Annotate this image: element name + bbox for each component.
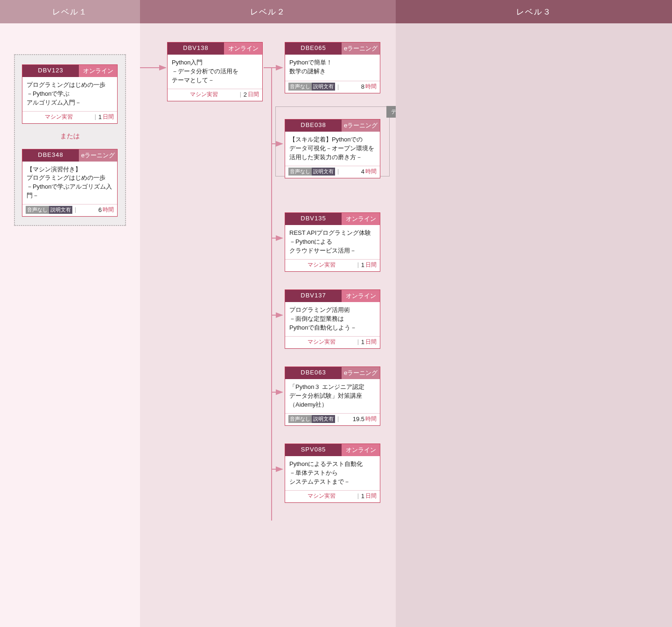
duration-unit: 時間	[365, 415, 377, 423]
course-code: DBV135	[285, 213, 342, 225]
badge-elearn: eラーニング	[342, 120, 380, 132]
course-card-dbe038[interactable]: DBE038 eラーニング 【スキル定着】Pythonでのデータ可視化－オープン…	[285, 119, 380, 178]
duration-unit: 時間	[103, 206, 114, 214]
footer-machine-label: マシン実習	[288, 338, 355, 346]
course-card-dbv138[interactable]: DBV138 オンライン Python入門－データ分析での活用をテーマとして－ …	[167, 42, 263, 101]
course-card-dbe348[interactable]: DBE348 eラーニング 【マシン演習付き】プログラミングはじめの一歩－Pyt…	[22, 149, 118, 217]
duration-unit: 時間	[365, 83, 377, 91]
level-2-header: レベル２	[140, 0, 396, 23]
course-card-dbe065[interactable]: DBE065 eラーニング Pythonで簡単！数学の謎解き 音声なし 説明文有…	[285, 42, 380, 93]
badge-online: オンライン	[342, 290, 380, 302]
badge-elearn: eラーニング	[79, 149, 117, 162]
course-duration: 1	[98, 113, 103, 120]
course-card-dbe063[interactable]: DBE063 eラーニング 「Python３ エンジニア認定データ分析試験」対策…	[285, 366, 380, 426]
tag-hastext: 説明文有	[312, 83, 335, 91]
badge-online: オンライン	[224, 42, 262, 55]
course-title: 【スキル定着】Pythonでのデータ可視化－オープン環境を活用した実装力の磨き方…	[285, 132, 380, 166]
duration-unit: 日間	[365, 261, 377, 269]
duration-unit: 時間	[365, 168, 377, 176]
course-card-dbv135[interactable]: DBV135 オンライン REST APIプログラミング体験－Pythonによる…	[285, 212, 380, 272]
course-card-spv085[interactable]: SPV085 オンライン Pythonによるテスト自動化－単体テストからシステム…	[285, 444, 380, 503]
course-duration: 1	[361, 493, 365, 500]
tag-hastext: 説明文有	[312, 168, 335, 176]
course-duration: 6	[98, 206, 103, 213]
course-duration: 19.5	[353, 416, 365, 423]
tag-noaudio: 音声なし	[288, 168, 312, 176]
course-code: DBV137	[285, 290, 342, 302]
badge-elearn: eラーニング	[342, 367, 380, 379]
course-duration: 1	[361, 261, 365, 268]
course-title: プログラミングはじめの一歩－Pythonで学ぶアルゴリズム入門－	[22, 77, 117, 111]
course-title: Python入門－データ分析での活用をテーマとして－	[168, 55, 262, 89]
course-duration: 4	[361, 168, 365, 175]
course-card-dbv123[interactable]: DBV123 オンライン プログラミングはじめの一歩－Pythonで学ぶアルゴリ…	[22, 64, 118, 124]
duration-unit: 日間	[365, 338, 377, 346]
tag-noaudio: 音声なし	[26, 206, 49, 214]
level-3-header: レベル３	[396, 0, 672, 23]
course-code: DBV123	[22, 65, 79, 77]
course-code: DBE063	[285, 367, 342, 379]
footer-machine-label: マシン実習	[26, 113, 92, 121]
level-1-column: レベル１ DBV123 オンライン プログラミングはじめの一歩－Pythonで学…	[0, 0, 140, 627]
tag-noaudio: 音声なし	[288, 415, 312, 423]
course-title: Pythonで簡単！数学の謎解き	[285, 55, 380, 81]
badge-online: オンライン	[79, 65, 117, 77]
tag-noaudio: 音声なし	[288, 83, 312, 91]
badge-online: オンライン	[342, 213, 380, 225]
course-code: DBE348	[22, 149, 79, 162]
course-code: SPV085	[285, 444, 342, 456]
course-title: 【マシン演習付き】プログラミングはじめの一歩－Pythonで学ぶアルゴリズム入門…	[22, 162, 117, 204]
tag-hastext: 説明文有	[49, 206, 72, 214]
level-3-column: レベル３	[396, 0, 672, 627]
course-duration: 8	[361, 83, 365, 90]
duration-unit: 日間	[365, 492, 377, 500]
level1-choice-group: DBV123 オンライン プログラミングはじめの一歩－Pythonで学ぶアルゴリ…	[14, 54, 126, 226]
course-title: REST APIプログラミング体験－Pythonによるクラウドサービス活用－	[285, 225, 380, 259]
level-1-header: レベル１	[0, 0, 140, 23]
course-duration: 1	[361, 338, 365, 345]
level-2-column: レベル２	[140, 0, 396, 627]
duration-unit: 日間	[103, 113, 114, 121]
course-code: DBE038	[285, 120, 342, 132]
course-title: プログラミング活用術－面倒な定型業務はPythonで自動化しよう－	[285, 302, 380, 336]
or-label: または	[22, 132, 118, 141]
badge-online: オンライン	[342, 444, 380, 456]
footer-machine-label: マシン実習	[171, 91, 238, 99]
footer-machine-label: マシン実習	[288, 261, 355, 269]
duration-unit: 日間	[248, 91, 259, 99]
badge-elearn: eラーニング	[342, 42, 380, 55]
footer-machine-label: マシン実習	[288, 492, 355, 500]
course-roadmap: レベル１ DBV123 オンライン プログラミングはじめの一歩－Pythonで学…	[0, 0, 672, 627]
course-code: DBV138	[168, 42, 224, 55]
course-title: 「Python３ エンジニア認定データ分析試験」対策講座（Aidemy社）	[285, 379, 380, 413]
course-title: Pythonによるテスト自動化－単体テストからシステムテストまで－	[285, 456, 380, 490]
course-card-dbv137[interactable]: DBV137 オンライン プログラミング活用術－面倒な定型業務はPythonで自…	[285, 289, 380, 349]
tag-hastext: 説明文有	[312, 415, 335, 423]
course-duration: 2	[244, 91, 248, 98]
course-code: DBE065	[285, 42, 342, 55]
